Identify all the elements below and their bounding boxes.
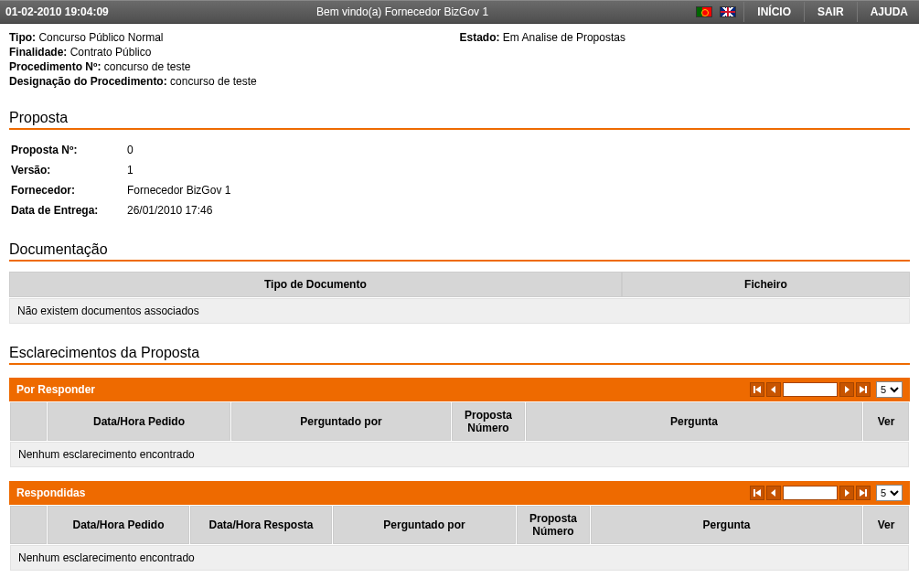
versao-label: Versão: [11,161,125,179]
col-data-resposta: Data/Hora Resposta [190,506,332,544]
flag-uk-icon[interactable] [720,6,736,17]
finalidade-value: Contrato Público [70,46,152,59]
col-perguntado: Perguntado por [333,506,516,544]
designacao-label: Designação do Procedimento: [9,75,167,88]
pager-prev-icon[interactable] [766,486,781,500]
topbar-welcome: Bem vindo(a) Fornecedor BizGov 1 [109,5,697,18]
fornecedor-label: Fornecedor: [11,181,125,199]
nav-divider [857,2,858,22]
col-ver: Ver [863,506,909,544]
col-proposta-n: Proposta Número [452,402,525,441]
section-divider [9,128,910,130]
col-proposta-n: Proposta Número [517,506,590,544]
col-ficheiro: Ficheiro [622,272,910,297]
tipo-value: Concurso Público Normal [38,31,163,44]
nav-home[interactable]: INÍCIO [752,5,796,18]
pending-empty-msg: Nenhum esclarecimento encontrado [10,442,909,467]
pager-size-select[interactable]: 5 [876,381,903,398]
section-divider [9,260,910,262]
procedimento-n-value: concurso de teste [104,60,191,73]
pager-last-icon[interactable] [856,382,871,397]
col-perguntado: Perguntado por [231,402,451,441]
finalidade-label: Finalidade: [9,46,67,59]
versao-value: 1 [127,161,236,179]
documents-table: Tipo de Documento Ficheiro Não existem d… [9,271,910,325]
pager-first-icon[interactable] [750,382,764,397]
col-data-pedido: Data/Hora Pedido [48,506,189,544]
tipo-label: Tipo: [9,31,36,44]
data-entrega-value: 26/01/2010 17:46 [127,201,236,219]
proposta-n-label: Proposta Nº: [11,141,125,159]
proposta-details: Proposta Nº:0 Versão:1 Fornecedor:Fornec… [9,139,238,221]
nav-help[interactable]: AJUDA [865,5,914,18]
grid-answered: Data/Hora Pedido Data/Hora Resposta Perg… [9,505,910,572]
designacao-value: concurso de teste [170,75,257,88]
nav-divider [804,2,805,22]
pager-page-input[interactable] [783,486,838,500]
col-ver: Ver [863,402,909,441]
proposta-n-value: 0 [127,141,236,159]
section-title-documentacao: Documentação [9,241,910,258]
section-title-esclarecimentos: Esclarecimentos da Proposta [9,345,910,361]
pager-next-icon[interactable] [839,382,854,397]
pager-prev-icon[interactable] [766,382,781,397]
section-divider [9,363,910,365]
procedure-info: Tipo: Concurso Público Normal Finalidade… [9,29,910,90]
pager-size-select[interactable]: 5 [876,485,903,501]
section-title-proposta: Proposta [9,110,910,126]
col-pergunta: Pergunta [591,506,862,544]
topbar-datetime: 01-02-2010 19:04:09 [5,5,109,18]
nav-divider [743,2,744,22]
pager-page-input[interactable] [783,382,838,397]
pager-last-icon[interactable] [856,486,871,500]
col-checkbox [10,402,47,441]
documents-empty-msg: Não existem documentos associados [9,298,910,324]
pager-answered: 5 [750,485,903,501]
answered-empty-msg: Nenhum esclarecimento encontrado [10,545,909,571]
estado-label: Estado: [460,31,500,44]
fornecedor-value: Fornecedor BizGov 1 [127,181,236,199]
col-pergunta: Pergunta [526,402,862,441]
band-pending: Por Responder 5 [9,378,910,401]
col-checkbox [10,506,47,544]
pager-next-icon[interactable] [839,486,854,500]
flag-pt-icon[interactable] [696,6,712,17]
col-tipo-documento: Tipo de Documento [9,272,622,297]
grid-pending: Data/Hora Pedido Perguntado por Proposta… [9,401,910,468]
pager-first-icon[interactable] [750,486,764,500]
estado-value: Em Analise de Propostas [503,31,625,44]
band-answered: Respondidas 5 [9,481,910,505]
pager-pending: 5 [750,381,903,398]
nav-exit[interactable]: SAIR [812,5,850,18]
band-pending-title: Por Responder [16,383,750,396]
topbar: 01-02-2010 19:04:09 Bem vindo(a) Fornece… [0,0,919,24]
band-answered-title: Respondidas [16,486,750,499]
data-entrega-label: Data de Entrega: [11,201,125,219]
col-data-pedido: Data/Hora Pedido [48,402,230,441]
procedimento-n-label: Procedimento Nº: [9,60,101,73]
